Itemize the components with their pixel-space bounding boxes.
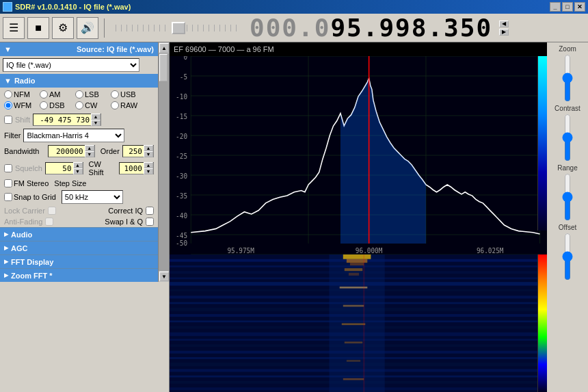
am-label[interactable]: AM <box>40 90 72 99</box>
scroll-down-btn[interactable]: ▼ <box>159 272 169 281</box>
cw-radio[interactable] <box>75 101 83 109</box>
radio-section-header[interactable]: ▼ Radio <box>0 74 158 88</box>
lsb-radio[interactable] <box>75 90 83 99</box>
zoom-slider[interactable] <box>561 54 574 102</box>
fftdisplay-section[interactable]: ▶ FFT Display <box>0 254 158 268</box>
menu-button[interactable]: ☰ <box>3 17 25 39</box>
cw-text: CW <box>85 101 97 109</box>
shift-checkbox[interactable] <box>4 116 12 124</box>
cwshift-spinners: ▲ ▼ <box>144 162 153 174</box>
freq-up-button[interactable]: ◀ <box>499 21 509 27</box>
spectrum-canvas-area[interactable]: 0 -5 -10 -15 -20 -25 -30 -35 -40 -45 -50 <box>170 56 547 254</box>
usb-radio[interactable] <box>111 90 119 99</box>
snap-select[interactable]: 50 kHz <box>62 190 123 204</box>
svg-text:95.975M: 95.975M <box>227 247 254 254</box>
correctiq-label[interactable]: Correct IQ <box>108 207 154 215</box>
zoom-label: Zoom <box>559 45 576 53</box>
spectrum-header-text: EF 69600 — 7000 — a 96 FM <box>174 45 274 53</box>
scroll-up-btn[interactable]: ▲ <box>159 43 169 53</box>
shift-up-btn[interactable]: ▲ <box>91 114 101 120</box>
order-down-btn[interactable]: ▼ <box>144 151 153 157</box>
fmstereo-checkbox[interactable] <box>4 179 12 187</box>
zoomfft-section[interactable]: ▶ Zoom FFT * <box>0 268 158 282</box>
filter-select[interactable]: Blackman-Harris 4 <box>23 129 124 142</box>
freq-slider-handle[interactable] <box>172 22 185 34</box>
raw-radio[interactable] <box>111 101 119 109</box>
shift-label: Shift <box>15 116 30 124</box>
bandwidth-down-btn[interactable]: ▼ <box>85 151 94 157</box>
dsb-label[interactable]: DSB <box>40 101 72 109</box>
squelch-value: 50 <box>46 164 73 173</box>
range-label: Range <box>557 164 577 172</box>
waterfall-svg <box>170 254 537 392</box>
order-value: 250 <box>123 147 144 156</box>
svg-text:0: 0 <box>183 56 187 61</box>
lockcorrect-row: Lock Carrier Correct IQ <box>0 205 158 216</box>
settings-button[interactable]: ⚙ <box>52 17 74 39</box>
lockcarrier-label[interactable]: Lock Carrier <box>4 207 56 215</box>
cw-label[interactable]: CW <box>75 101 108 109</box>
wfm-radio[interactable] <box>4 101 12 109</box>
waterfall-container <box>170 254 547 392</box>
order-up-btn[interactable]: ▲ <box>144 145 153 151</box>
contrast-slider[interactable] <box>561 114 574 161</box>
snaptogrid-checkbox[interactable] <box>4 193 12 201</box>
stepsize-label: Step Size <box>54 179 86 187</box>
radio-row-1: NFM AM LSB USB <box>4 90 154 99</box>
lockcarrier-checkbox[interactable] <box>48 207 56 215</box>
fmstereo-label[interactable]: FM Stereo <box>4 179 49 187</box>
source-row: IQ file (*.wav) <box>0 56 158 74</box>
freq-main-part: 95.998.350 <box>330 14 492 42</box>
radio-arrow: ▼ <box>4 77 12 85</box>
minimize-button[interactable]: _ <box>550 2 561 12</box>
wfm-label[interactable]: WFM <box>4 101 37 109</box>
nfm-radio[interactable] <box>4 90 12 99</box>
agc-section[interactable]: ▶ AGC <box>0 241 158 254</box>
offset-slider-group: Offset <box>559 224 577 280</box>
squelch-up-btn[interactable]: ▲ <box>73 162 83 168</box>
stop-button[interactable]: ■ <box>27 17 49 39</box>
maximize-button[interactable]: □ <box>562 2 573 12</box>
scroll-track[interactable] <box>159 53 169 271</box>
left-panel-scrollbar[interactable]: ▲ ▼ <box>158 42 169 282</box>
fftdisplay-arrow: ▶ <box>4 259 8 265</box>
squelch-checkbox[interactable] <box>4 164 12 172</box>
swapiq-checkbox[interactable] <box>146 218 154 226</box>
agc-arrow: ▶ <box>4 245 8 251</box>
nfm-label[interactable]: NFM <box>4 90 37 99</box>
source-select[interactable]: IQ file (*.wav) <box>3 58 139 72</box>
left-panel: ▼ Source: IQ file (*.wav) IQ file (*.wav… <box>0 42 170 392</box>
raw-label[interactable]: RAW <box>111 101 144 109</box>
close-button[interactable]: ✕ <box>574 2 585 12</box>
bandwidth-up-btn[interactable]: ▲ <box>85 145 94 151</box>
cwshift-down-btn[interactable]: ▼ <box>144 168 153 174</box>
usb-text: USB <box>120 90 136 99</box>
source-label: Source: IQ file (*.wav) <box>77 45 154 53</box>
offset-slider[interactable] <box>561 233 574 280</box>
antifading-row: Anti-Fading Swap I & Q <box>0 216 158 227</box>
antifading-label[interactable]: Anti-Fading <box>4 218 53 226</box>
usb-label[interactable]: USB <box>111 90 144 99</box>
scroll-thumb[interactable] <box>159 54 168 81</box>
source-section-header[interactable]: ▼ Source: IQ file (*.wav) <box>0 42 158 56</box>
squelch-down-btn[interactable]: ▼ <box>73 168 83 174</box>
freq-down-button[interactable]: ▶ <box>499 29 509 36</box>
snaptogrid-label[interactable]: Snap to Grid <box>4 193 56 201</box>
audio-section[interactable]: ▶ Audio <box>0 227 158 241</box>
am-radio[interactable] <box>40 90 48 99</box>
spectrum-and-waterfall: EF 69600 — 7000 — a 96 FM <box>170 42 547 392</box>
titlebar: SDR# v1.0.0.1410 - IQ file (*.wav) _ □ ✕ <box>0 0 588 14</box>
lsb-label[interactable]: LSB <box>75 90 108 99</box>
cwshift-up-btn[interactable]: ▲ <box>144 162 153 168</box>
dsb-radio[interactable] <box>40 101 48 109</box>
shift-down-btn[interactable]: ▼ <box>91 120 101 126</box>
filter-row: Filter Blackman-Harris 4 <box>0 127 158 144</box>
correctiq-checkbox[interactable] <box>146 207 154 215</box>
swapiq-label[interactable]: Swap I & Q <box>105 218 154 226</box>
antifading-checkbox[interactable] <box>45 218 53 226</box>
audio-button[interactable]: 🔊 <box>77 17 98 39</box>
shift-spinners: ▲ ▼ <box>91 114 101 126</box>
range-slider[interactable] <box>561 173 574 221</box>
order-spinbox: 250 ▲ ▼ <box>122 145 154 157</box>
svg-rect-67 <box>347 360 360 362</box>
